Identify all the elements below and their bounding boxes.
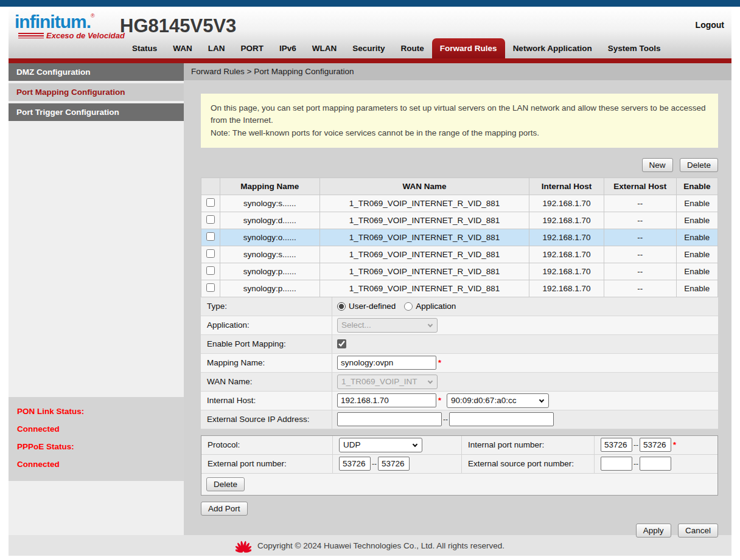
external-source-port-start-input[interactable] — [601, 457, 632, 471]
table-toolbar: New Delete — [201, 158, 718, 172]
internal-port-end-input[interactable] — [640, 438, 671, 452]
footer: Copyright © 2024 Huawei Technologies Co.… — [9, 535, 731, 556]
note-line-1: On this page, you can set port mapping p… — [211, 102, 708, 127]
external-source-ip-end-input[interactable] — [449, 412, 554, 426]
chevron-down-icon — [428, 322, 433, 327]
enable-cell: Enable — [676, 280, 717, 297]
tab-forward-rules[interactable]: Forward Rules — [432, 38, 505, 58]
internal-host-cell: 192.168.1.70 — [529, 195, 604, 212]
wan-name-cell: 1_TR069_VOIP_INTERNET_R_VID_881 — [319, 280, 529, 297]
tab-status[interactable]: Status — [124, 38, 165, 58]
tab-lan[interactable]: LAN — [200, 38, 233, 58]
main-nav: Status WAN LAN PORT IPv6 WLAN Security R… — [124, 38, 731, 58]
external-port-start-input[interactable] — [339, 457, 371, 471]
row-checkbox[interactable] — [206, 232, 215, 241]
table-row[interactable]: synology:s...... 1_TR069_VOIP_INTERNET_R… — [201, 195, 718, 212]
user-defined-radio[interactable] — [337, 302, 346, 311]
pppoe-status-label: PPPoE Status: — [17, 442, 184, 451]
huawei-logo-icon — [236, 538, 251, 553]
application-select: Select... — [337, 318, 438, 333]
apply-button[interactable]: Apply — [636, 524, 671, 538]
mac-address-select[interactable]: 90:09:d0:67:a0:cc — [447, 393, 549, 408]
brand-name: infinitum. — [15, 12, 91, 32]
copyright-text: Copyright © 2024 Huawei Technologies Co.… — [257, 541, 504, 550]
tab-port[interactable]: PORT — [233, 38, 272, 58]
external-source-ip-start-input[interactable] — [337, 412, 442, 426]
table-row[interactable]: synology:d...... 1_TR069_VOIP_INTERNET_R… — [201, 212, 718, 229]
internal-port-label: Internal port number: — [462, 436, 595, 455]
external-source-port-end-input[interactable] — [640, 457, 671, 471]
delete-button[interactable]: Delete — [680, 158, 718, 172]
breadcrumb: Forward Rules > Port Mapping Configurati… — [184, 63, 731, 80]
pppoe-status-value: Connected — [17, 460, 184, 469]
table-row[interactable]: synology:p...... 1_TR069_VOIP_INTERNET_R… — [201, 280, 718, 297]
pon-link-status-value: Connected — [17, 424, 184, 434]
protocol-label: Protocol: — [201, 436, 333, 455]
tab-network-application[interactable]: Network Application — [505, 38, 600, 58]
external-host-cell: -- — [604, 195, 676, 212]
enable-port-mapping-label: Enable Port Mapping: — [201, 335, 332, 353]
select-column-header — [201, 178, 220, 195]
external-host-cell: -- — [604, 280, 676, 297]
new-button[interactable]: New — [642, 158, 673, 172]
tab-ipv6[interactable]: IPv6 — [271, 38, 304, 58]
chevron-down-icon — [413, 442, 417, 447]
tab-route[interactable]: Route — [393, 38, 432, 58]
device-model-title: HG8145V5V3 — [120, 15, 236, 37]
mapping-name-input[interactable] — [337, 356, 436, 370]
external-source-port-label: External source port number: — [462, 455, 595, 474]
enable-cell: Enable — [676, 263, 717, 280]
wan-name-cell: 1_TR069_VOIP_INTERNET_R_VID_881 — [319, 212, 529, 229]
chevron-down-icon — [539, 398, 544, 403]
nav-accent-bar — [9, 58, 731, 63]
tab-security[interactable]: Security — [344, 38, 393, 58]
tab-wlan[interactable]: WLAN — [304, 38, 345, 58]
internal-host-input[interactable] — [337, 393, 436, 407]
tab-system-tools[interactable]: System Tools — [600, 38, 669, 58]
range-separator: -- — [634, 460, 638, 468]
application-radio[interactable] — [404, 302, 413, 311]
external-port-end-input[interactable] — [378, 457, 410, 471]
enable-cell: Enable — [676, 246, 717, 263]
table-row[interactable]: synology:s...... 1_TR069_VOIP_INTERNET_R… — [201, 246, 718, 263]
row-checkbox[interactable] — [206, 283, 215, 292]
add-port-button[interactable]: Add Port — [201, 502, 248, 516]
port-settings-box: Protocol: UDP Internal port number: -- — [201, 435, 718, 496]
enable-header: Enable — [676, 178, 717, 195]
table-row-selected[interactable]: synology:o...... 1_TR069_VOIP_INTERNET_R… — [201, 229, 718, 246]
row-checkbox[interactable] — [206, 215, 215, 224]
cancel-button[interactable]: Cancel — [678, 524, 718, 538]
external-host-cell: -- — [604, 212, 676, 229]
sidebar-item-dmz-configuration[interactable]: DMZ Configuration — [9, 63, 184, 81]
type-application-option[interactable]: Application — [404, 302, 456, 311]
external-host-cell: -- — [604, 246, 676, 263]
wan-name-select: 1_TR069_VOIP_INT — [337, 375, 438, 389]
logout-link[interactable]: Logout — [696, 20, 724, 30]
row-checkbox[interactable] — [206, 249, 215, 258]
type-user-defined-option[interactable]: User-defined — [337, 302, 396, 311]
internal-port-start-input[interactable] — [601, 438, 632, 452]
table-row[interactable]: synology:p...... 1_TR069_VOIP_INTERNET_R… — [201, 263, 718, 280]
external-source-ip-label: External Source IP Address: — [201, 410, 332, 429]
row-checkbox[interactable] — [206, 198, 215, 207]
external-host-cell: -- — [604, 263, 676, 280]
wan-name-header: WAN Name — [319, 178, 529, 195]
sidebar-item-port-trigger-configuration[interactable]: Port Trigger Configuration — [9, 103, 184, 121]
application-label: Application: — [201, 316, 332, 334]
tab-wan[interactable]: WAN — [165, 38, 200, 58]
row-checkbox[interactable] — [206, 266, 215, 275]
protocol-select[interactable]: UDP — [339, 438, 422, 452]
internal-host-cell: 192.168.1.70 — [529, 212, 604, 229]
top-accent-bar — [0, 0, 740, 7]
mapping-name-cell: synology:p...... — [220, 263, 319, 280]
enable-cell: Enable — [676, 212, 717, 229]
delete-port-button[interactable]: Delete — [206, 477, 245, 491]
link-status-panel: PON Link Status: Connected PPPoE Status:… — [9, 397, 184, 481]
sidebar-item-port-mapping-configuration[interactable]: Port Mapping Configuration — [9, 83, 184, 101]
enable-port-mapping-checkbox[interactable] — [337, 339, 346, 348]
external-port-label: External port number: — [201, 455, 333, 474]
wan-name-cell: 1_TR069_VOIP_INTERNET_R_VID_881 — [319, 229, 529, 246]
external-host-header: External Host — [604, 178, 676, 195]
enable-cell: Enable — [676, 229, 717, 246]
brand-logo: infinitum.® Exceso de Velocidad — [15, 13, 125, 40]
